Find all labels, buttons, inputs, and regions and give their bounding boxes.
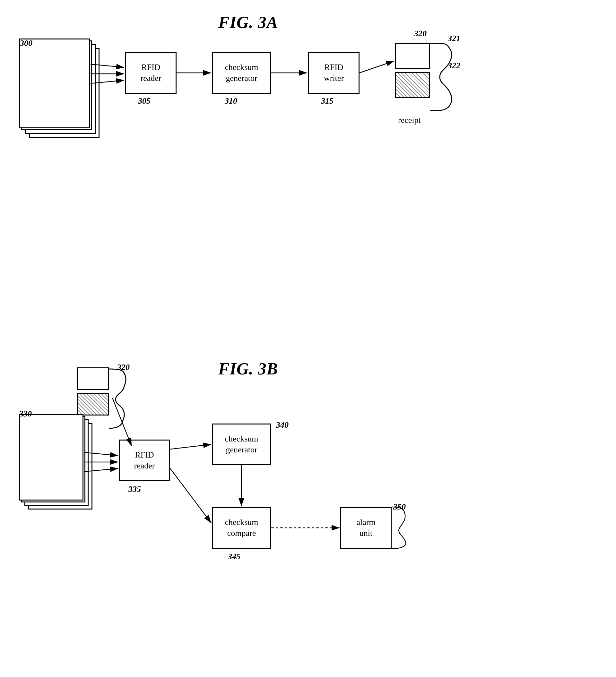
rfid-writer-label-3a: 315 bbox=[321, 96, 334, 106]
receipt-container-3a bbox=[395, 34, 443, 111]
checksum-gen-label-3b: 340 bbox=[276, 420, 289, 430]
alarm-unit-text-3b: alarm unit bbox=[356, 517, 375, 539]
checksum-gen-box-3b: checksum generator bbox=[212, 423, 271, 465]
checksum-gen-box-3a: checksum generator bbox=[212, 52, 271, 94]
rfid-reader-label-3b: 335 bbox=[128, 485, 141, 494]
rfid-writer-text-3a: RFID writer bbox=[324, 62, 344, 84]
receipt-label-bottom-3a: 322 bbox=[448, 61, 460, 71]
diagram-container: FIG. 3A 300 RFID reader 305 checksum gen… bbox=[0, 0, 616, 677]
items-label-3a: 300 bbox=[20, 39, 33, 48]
items-label-3b: 330 bbox=[19, 409, 32, 419]
checksum-compare-box-3b: checksum compare bbox=[212, 507, 271, 549]
receipt-text-3a: receipt bbox=[398, 116, 421, 125]
rfid-reader-label-3a: 305 bbox=[138, 96, 150, 106]
checksum-compare-label-3b: 345 bbox=[228, 552, 240, 561]
alarm-unit-box-3b: alarm unit bbox=[340, 507, 392, 549]
fig3a-title: FIG. 3A bbox=[218, 13, 278, 32]
alarm-unit-label-3b: 350 bbox=[393, 502, 406, 512]
fig3b-title: FIG. 3B bbox=[218, 359, 278, 378]
checksum-gen-label-3a: 310 bbox=[225, 96, 237, 106]
checksum-compare-text-3b: checksum compare bbox=[225, 517, 258, 539]
checksum-gen-text-3a: checksum generator bbox=[225, 62, 258, 84]
rfid-reader-text-3b: RFID reader bbox=[134, 450, 155, 471]
rfid-reader-box-3b: RFID reader bbox=[119, 440, 170, 481]
rfid-reader-box-3a: RFID reader bbox=[125, 52, 177, 94]
rfid-reader-text-3a: RFID reader bbox=[141, 62, 162, 84]
receipt-label-3b: 320 bbox=[117, 363, 130, 372]
svg-line-7 bbox=[359, 61, 394, 73]
receipt-label-right-3a: 321 bbox=[448, 34, 460, 43]
svg-line-14 bbox=[170, 468, 211, 523]
receipt-label-top-3a: 320 bbox=[414, 29, 427, 39]
svg-line-13 bbox=[170, 444, 211, 449]
checksum-gen-text-3b: checksum generator bbox=[225, 434, 258, 455]
rfid-writer-box-3a: RFID writer bbox=[308, 52, 359, 94]
